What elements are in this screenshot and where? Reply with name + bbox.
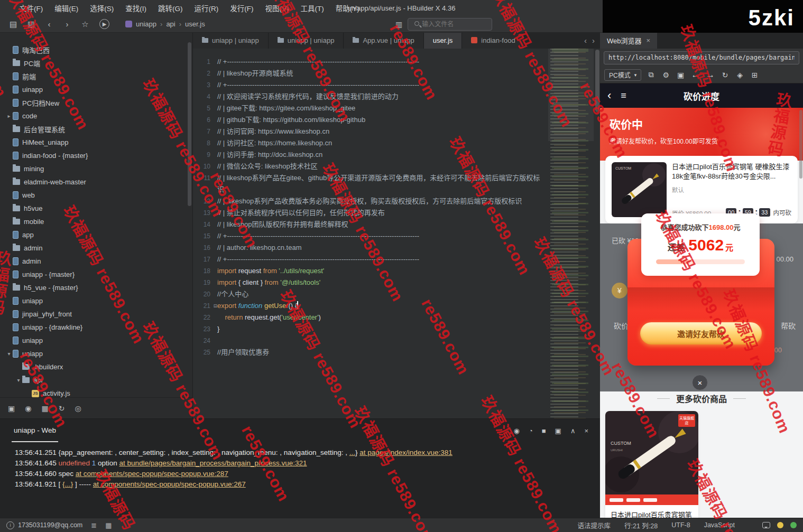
- menu-item[interactable]: 查找(I): [119, 0, 152, 16]
- tree-item[interactable]: admin: [0, 255, 192, 268]
- address-bar[interactable]: [604, 51, 799, 64]
- tree-item[interactable]: .hbuilderx: [0, 360, 192, 374]
- refresh-icon[interactable]: ↻: [720, 71, 730, 79]
- terminal-icon[interactable]: ▣: [8, 404, 15, 413]
- console-link[interactable]: {...}: [62, 480, 73, 488]
- code-text[interactable]: import request from '../utils/request': [217, 265, 542, 277]
- device-mode-select[interactable]: PC模式 ▾: [604, 69, 641, 81]
- tree-item[interactable]: app: [0, 228, 192, 241]
- image-icon[interactable]: ▦: [105, 521, 112, 529]
- code-text[interactable]: // | github下载: https://github.com/likesh…: [217, 114, 542, 126]
- apps-grid-icon[interactable]: ⊞: [750, 71, 760, 79]
- status-item[interactable]: 语法提示库: [577, 520, 611, 530]
- tree-item[interactable]: 嗨淘巴西: [0, 43, 192, 57]
- stop-icon[interactable]: ■: [542, 427, 546, 435]
- tree-item[interactable]: ▸code: [0, 109, 192, 123]
- minimap[interactable]: [548, 49, 594, 418]
- tree-item[interactable]: h5_vue - {master}: [0, 281, 192, 294]
- status-item[interactable]: JavaScript: [704, 521, 735, 529]
- file-search-input[interactable]: [408, 18, 492, 31]
- code-text[interactable]: return request.get('user/center'): [217, 312, 542, 323]
- code-text[interactable]: // | 访问手册: http://doc.likeshop.cn: [217, 149, 542, 161]
- code-editor[interactable]: 1// +-----------------------------------…: [193, 49, 600, 418]
- tree-item[interactable]: ▾uniapp: [0, 347, 192, 360]
- expand-arrow-icon[interactable]: ▾: [5, 351, 13, 357]
- profiler-icon[interactable]: ◔: [529, 427, 533, 435]
- code-text[interactable]: // | 微信公众号: likeshop技术社区: [217, 161, 542, 172]
- tree-item[interactable]: uniapp: [0, 294, 192, 307]
- settings-icon[interactable]: ⚙: [661, 71, 671, 79]
- code-text[interactable]: // | author: likeshop.cn.team: [217, 242, 542, 254]
- menu-item[interactable]: 编辑(E): [49, 0, 84, 16]
- code-text[interactable]: import { client } from '@/utils/tools': [217, 277, 542, 288]
- code-text[interactable]: //个人中心: [217, 288, 542, 300]
- debugger-icon[interactable]: ◉: [514, 427, 520, 435]
- tree-item[interactable]: uniapp - {master}: [0, 268, 192, 281]
- save-icon[interactable]: ▥: [24, 18, 38, 31]
- tree-item[interactable]: mining: [0, 162, 192, 175]
- account-email[interactable]: 1735031199@qq.com: [18, 521, 82, 529]
- package-icon[interactable]: ▦: [41, 404, 48, 413]
- code-text[interactable]: // | 禁止对系统程序代码以任何目的，任何形式的再发布: [217, 207, 542, 219]
- editor-tab[interactable]: uniapp | uniapp: [193, 32, 269, 49]
- secure-icon[interactable]: ◈: [735, 71, 745, 79]
- code-text[interactable]: // | likeshop团队版权所有并拥有最终解释权: [217, 219, 542, 230]
- tree-item[interactable]: HiMeet_uniapp: [0, 136, 192, 149]
- code-text[interactable]: // +------------------------------------…: [217, 230, 542, 242]
- tree-item[interactable]: PC端: [0, 57, 192, 70]
- code-text[interactable]: // | 访问社区: https://home.likeshop.cn: [217, 137, 542, 149]
- tabs-scroll-right-icon[interactable]: ›: [592, 36, 595, 45]
- code-text[interactable]: // +------------------------------------…: [217, 79, 542, 91]
- close-panel-icon[interactable]: ×: [584, 427, 588, 435]
- code-text[interactable]: //用户领取优惠券: [217, 347, 542, 358]
- tree-item[interactable]: 前端: [0, 70, 192, 83]
- breadcrumb-item[interactable]: api: [166, 20, 175, 28]
- tree-item[interactable]: eladmin-web-master: [0, 175, 192, 189]
- code-text[interactable]: // +------------------------------------…: [217, 56, 542, 68]
- breadcrumb-item[interactable]: uniapp: [136, 20, 156, 28]
- menu-icon[interactable]: ≡: [621, 90, 626, 101]
- editor-tab[interactable]: App.vue | uniapp: [344, 32, 423, 49]
- more-product-card[interactable]: CUSTOM URUSHI 天猫旗舰店 日本进口pilot百乐贵宾钢笔: [605, 411, 698, 518]
- console-tab[interactable]: uniapp - Web: [12, 419, 58, 442]
- code-text[interactable]: // | 访问官网: https://www.likeshop.cn: [217, 126, 542, 137]
- code-text[interactable]: // | likeshop开源商城系统: [217, 68, 542, 79]
- console-link[interactable]: at components/spec-popup/spec-popup.vue:…: [76, 470, 228, 478]
- sidebar-scrollbar[interactable]: [188, 42, 191, 206]
- expand-arrow-icon[interactable]: ▾: [15, 377, 22, 383]
- tree-item[interactable]: admin: [0, 241, 192, 255]
- menu-item[interactable]: 视图(V): [260, 0, 295, 16]
- close-icon[interactable]: ×: [647, 36, 651, 44]
- editor-tab[interactable]: uniapp | uniapp: [269, 32, 344, 49]
- forward-icon[interactable]: ›: [60, 18, 74, 31]
- tree-item[interactable]: PC归档New: [0, 96, 192, 109]
- tree-item[interactable]: jinpai_yhyl_front: [0, 307, 192, 321]
- menu-item[interactable]: 工具(T): [295, 0, 330, 16]
- expand-arrow-icon[interactable]: ▸: [5, 113, 13, 119]
- code-text[interactable]: // | likeshop系列产品在gitee、github等公开渠道开源版本可…: [217, 172, 542, 195]
- goto-file-icon[interactable]: ▥: [395, 20, 402, 29]
- code-text[interactable]: export function getUser() {: [217, 300, 542, 312]
- editor-scrollbar[interactable]: [595, 50, 599, 112]
- status-item[interactable]: 行:21 列:28: [624, 520, 658, 530]
- browser-tab[interactable]: Web浏览器 ×: [600, 32, 657, 49]
- tree-item[interactable]: 后台管理系统: [0, 123, 192, 136]
- menu-item[interactable]: 运行(R): [189, 0, 225, 16]
- console-link[interactable]: at bundle/pages/bargain_process/bargain_…: [119, 459, 307, 467]
- code-text[interactable]: // +------------------------------------…: [217, 254, 542, 265]
- notification-icon[interactable]: [777, 522, 783, 528]
- console-link[interactable]: at components/spec-popup/spec-popup.vue:…: [93, 480, 246, 488]
- editor-tab[interactable]: user.js: [424, 32, 463, 49]
- page-scrollbar[interactable]: [799, 110, 802, 179]
- collapse-panel-icon[interactable]: ∧: [570, 427, 576, 435]
- tree-item[interactable]: JSactivity.js: [0, 387, 192, 397]
- list-icon[interactable]: ≣: [91, 521, 97, 529]
- tabs-scroll-left-icon[interactable]: ‹: [584, 36, 587, 45]
- cast-icon[interactable]: ⧉: [646, 70, 656, 79]
- status-item[interactable]: UTF-8: [671, 521, 690, 529]
- code-text[interactable]: }: [217, 323, 542, 335]
- capture-icon[interactable]: ▣: [555, 427, 561, 435]
- favorite-icon[interactable]: ☆: [78, 18, 92, 31]
- fold-marker-icon[interactable]: ⊟: [213, 300, 217, 312]
- menu-item[interactable]: 文件(F): [14, 0, 49, 16]
